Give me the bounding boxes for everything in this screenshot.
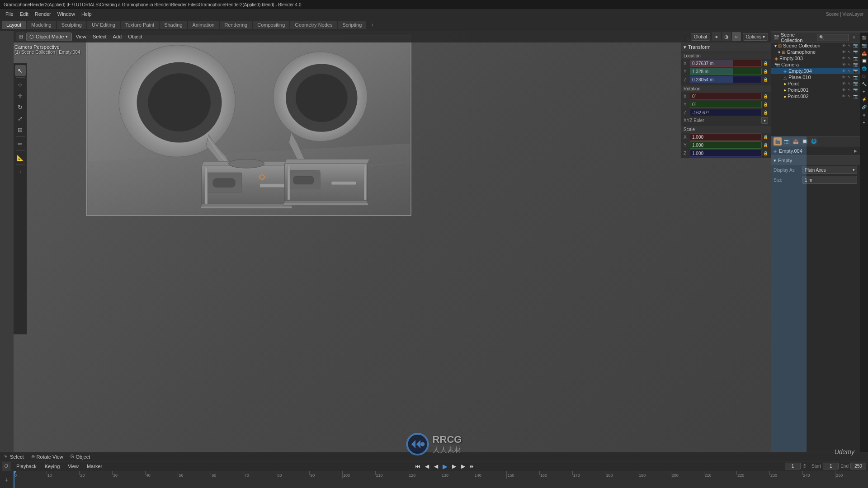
lock-rx-icon[interactable]: 🔒 xyxy=(763,94,768,99)
tab-sculpting[interactable]: Sculpting xyxy=(57,21,86,29)
current-frame-input[interactable]: 1 xyxy=(785,463,801,469)
prev-keyframe-btn[interactable]: ◀ xyxy=(423,462,431,470)
prop-icon-render[interactable]: 📷 xyxy=(860,42,868,49)
outliner-gramophone[interactable]: ▾ ⊞ Gramophone 👁 ↖ 📷 xyxy=(771,49,860,55)
rotation-z[interactable]: -162.67° xyxy=(690,109,762,116)
viewport-shading-render[interactable]: ○ xyxy=(732,32,741,41)
timeline-editor-icon[interactable]: ⏱ xyxy=(2,462,11,471)
viewport-add-menu[interactable]: Add xyxy=(110,33,125,40)
vis-eye[interactable]: 👁 xyxy=(841,43,846,48)
menu-edit[interactable]: Edit xyxy=(17,11,31,17)
editor-type-icon[interactable]: ⊞ xyxy=(16,32,25,41)
tool-select[interactable]: ↖ xyxy=(15,65,26,76)
prop-icon-modifier[interactable]: 🔧 xyxy=(860,80,868,88)
next-keyframe-btn[interactable]: ▶ xyxy=(459,462,467,470)
location-y[interactable]: 1.328 m xyxy=(690,68,762,75)
playhead[interactable] xyxy=(14,471,14,488)
tab-layout[interactable]: Layout xyxy=(2,21,26,29)
outliner-scene-collection[interactable]: ▾ ⊞ Scene Collection 👁 ↖ 📷 xyxy=(771,42,860,49)
lock-sz-icon[interactable]: 🔒 xyxy=(763,150,768,156)
scale-z[interactable]: 1.000 xyxy=(690,150,762,157)
location-z[interactable]: 0.28054 m xyxy=(690,76,762,83)
tab-compositing[interactable]: Compositing xyxy=(253,21,289,29)
timeline-ruler[interactable]: 0102030405060708090100110120130140150160… xyxy=(14,471,868,488)
viewport-shading-material[interactable]: ◑ xyxy=(722,32,731,41)
tab-geometry-nodes[interactable]: Geometry Nodes xyxy=(290,21,337,29)
scene-world-icon[interactable]: 🌐 xyxy=(810,137,818,145)
prop-icon-data[interactable]: ◈ xyxy=(860,111,868,118)
prop-icon-world[interactable]: 🌐 xyxy=(860,65,868,72)
size-value[interactable]: 1 m xyxy=(802,176,857,184)
rotation-x[interactable]: 0° xyxy=(690,93,762,100)
gram-vis-render[interactable]: 📷 xyxy=(853,50,858,54)
prop-icon-output[interactable]: 📤 xyxy=(860,50,868,57)
prop-icon-particle[interactable]: ✦ xyxy=(860,88,868,95)
add-workspace-button[interactable]: + xyxy=(367,21,377,29)
viewport-select-menu[interactable]: Select xyxy=(90,33,109,40)
play-btn[interactable]: ▶ xyxy=(441,462,449,470)
options-button[interactable]: Options ▾ xyxy=(743,33,768,41)
marker-menu[interactable]: Marker xyxy=(84,463,105,469)
gram-vis-eye[interactable]: 👁 xyxy=(841,50,846,54)
tab-uv-editing[interactable]: UV Editing xyxy=(87,21,120,29)
tab-animation[interactable]: Animation xyxy=(188,21,219,29)
menu-render[interactable]: Render xyxy=(32,11,54,17)
tool-transform[interactable]: ⊞ xyxy=(15,124,26,135)
tab-scripting[interactable]: Scripting xyxy=(338,21,366,29)
next-frame-btn[interactable]: ▶ xyxy=(450,462,458,470)
viewport-3d[interactable]: ⊞ ⬡ Object Mode ▾ View Select Add Object… xyxy=(14,31,771,461)
outliner-camera[interactable]: 📷 Camera 👁 ↖ 📷 xyxy=(771,61,860,68)
global-dropdown[interactable]: Global xyxy=(691,33,710,41)
rotation-y[interactable]: 0° xyxy=(690,101,762,108)
tool-move[interactable]: ✛ xyxy=(15,90,26,101)
transform-header[interactable]: ▾ Transform xyxy=(681,42,771,52)
tab-texture-paint[interactable]: Texture Paint xyxy=(121,21,159,29)
tab-shading[interactable]: Shading xyxy=(160,21,187,29)
outliner-plane010[interactable]: △ Plane.010 👁 ↖ 📷 xyxy=(771,74,860,80)
lock-z-icon[interactable]: 🔒 xyxy=(763,77,768,82)
prop-icon-scene[interactable]: 🎬 xyxy=(860,34,868,42)
object-mode-dropdown[interactable]: ⬡ Object Mode ▾ xyxy=(26,33,72,41)
end-frame-input[interactable]: 250 xyxy=(850,463,866,469)
scale-x[interactable]: 1.000 xyxy=(690,133,762,141)
gram-vis-select[interactable]: ↖ xyxy=(847,50,852,54)
lock-y-icon[interactable]: 🔒 xyxy=(763,69,768,74)
jump-start-btn[interactable]: ⏮ xyxy=(414,462,422,470)
timeline-add-channel-icon[interactable]: + xyxy=(5,476,9,483)
prop-icon-constraint[interactable]: 🔗 xyxy=(860,103,868,111)
keying-menu[interactable]: Keying xyxy=(42,463,63,469)
prev-frame-btn[interactable]: ◀ xyxy=(432,462,440,470)
outliner-search[interactable]: 🔍 xyxy=(817,34,849,41)
prop-icon-physics[interactable]: ⚡ xyxy=(860,96,868,103)
outliner-point002[interactable]: ● Point.002 👁 ↖ 📷 xyxy=(771,93,860,99)
viewport-view-menu[interactable]: View xyxy=(73,33,89,40)
tool-add[interactable]: + xyxy=(15,166,26,177)
lock-sx-icon[interactable]: 🔒 xyxy=(763,134,768,140)
menu-file[interactable]: File xyxy=(3,11,16,17)
outliner-empty004[interactable]: ◈ Empty.004 👁 ↖ 📷 xyxy=(771,68,860,74)
scale-y[interactable]: 1.000 xyxy=(690,141,762,149)
playback-menu[interactable]: Playback xyxy=(14,463,39,469)
lock-rz-icon[interactable]: 🔒 xyxy=(763,110,768,115)
prop-icon-material[interactable]: ● xyxy=(860,119,868,126)
tab-modeling[interactable]: Modeling xyxy=(27,21,56,29)
prop-icon-object[interactable]: ⬡ xyxy=(860,73,868,80)
outliner-point001[interactable]: ● Point.001 👁 ↖ 📷 xyxy=(771,87,860,93)
viewport-object-menu[interactable]: Object xyxy=(125,33,145,40)
tool-cursor[interactable]: ⊹ xyxy=(15,79,26,90)
jump-end-btn[interactable]: ⏭ xyxy=(468,462,476,470)
location-x[interactable]: 0.27637 m xyxy=(690,60,762,67)
vis-render[interactable]: 📷 xyxy=(853,43,858,48)
vis-select[interactable]: ↖ xyxy=(847,43,852,48)
viewport-shading-solid[interactable]: ● xyxy=(712,32,721,41)
menu-help[interactable]: Help xyxy=(79,11,94,17)
tool-rotate[interactable]: ↻ xyxy=(15,102,26,113)
lock-ry-icon[interactable]: 🔒 xyxy=(763,102,768,107)
prop-icon-viewlayer[interactable]: 🔲 xyxy=(860,57,868,65)
start-frame-input[interactable]: 1 xyxy=(823,463,839,469)
tool-scale[interactable]: ⤢ xyxy=(15,113,26,124)
display-as-value[interactable]: Plain Axes ▾ xyxy=(802,166,857,174)
tool-measure[interactable]: 📐 xyxy=(15,152,26,163)
object-data-arrow[interactable]: ▶ xyxy=(854,149,857,153)
fps-button[interactable]: ⏱ xyxy=(802,464,807,469)
